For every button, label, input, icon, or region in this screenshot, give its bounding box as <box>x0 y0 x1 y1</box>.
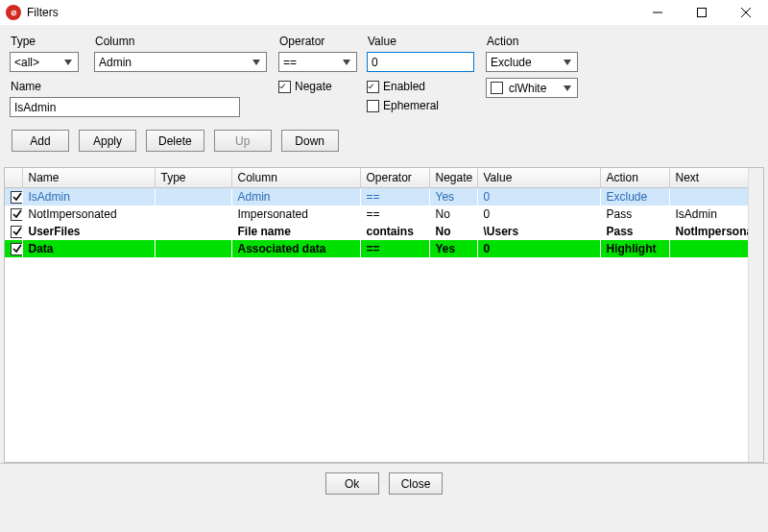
col-action[interactable]: Action <box>600 168 669 188</box>
apply-button[interactable]: Apply <box>79 130 136 152</box>
operator-select-value: == <box>283 56 297 69</box>
row-checkbox[interactable] <box>11 226 22 238</box>
chevron-down-icon <box>60 53 76 71</box>
col-column[interactable]: Column <box>231 168 360 188</box>
value-label: Value <box>368 35 486 48</box>
add-button[interactable]: Add <box>12 130 69 152</box>
column-select-value: Admin <box>99 56 132 69</box>
col-negate[interactable]: Negate <box>429 168 477 188</box>
row-checkbox[interactable] <box>11 243 22 255</box>
color-swatch <box>491 82 503 94</box>
close-dialog-button[interactable]: Close <box>389 472 444 495</box>
dialog-buttons: Ok Close <box>0 463 768 503</box>
action-label: Action <box>487 35 591 48</box>
name-label: Name <box>11 80 278 93</box>
ok-button[interactable]: Ok <box>325 472 379 495</box>
name-input[interactable]: IsAdmin <box>10 97 240 117</box>
svg-line-2 <box>741 8 751 17</box>
minimize-button[interactable] <box>636 0 680 25</box>
column-label: Column <box>95 35 278 48</box>
col-type[interactable]: Type <box>155 168 231 188</box>
close-button[interactable] <box>724 0 768 25</box>
color-select-value: clWhite <box>509 82 546 95</box>
table-header-row: Name Type Column Operator Negate Value A… <box>5 168 763 188</box>
type-select[interactable]: <all> <box>10 52 79 72</box>
col-name[interactable]: Name <box>22 168 155 188</box>
table-row[interactable]: IsAdminAdmin==Yes0Exclude <box>5 188 763 206</box>
svg-rect-1 <box>698 9 707 17</box>
svg-line-3 <box>741 8 751 17</box>
chevron-down-icon <box>339 53 354 71</box>
ephemeral-checkbox[interactable]: Ephemeral <box>367 99 486 112</box>
maximize-button[interactable] <box>680 0 724 25</box>
col-operator[interactable]: Operator <box>360 168 429 188</box>
filters-table[interactable]: Name Type Column Operator Negate Value A… <box>4 167 764 463</box>
table-row[interactable]: UserFilesFile namecontainsNo\UsersPassNo… <box>5 223 763 240</box>
value-input-text: 0 <box>372 56 378 69</box>
window-title: Filters <box>27 6 59 19</box>
operator-label: Operator <box>279 35 367 48</box>
type-label: Type <box>11 35 94 48</box>
type-select-value: <all> <box>14 56 39 69</box>
down-button[interactable]: Down <box>281 130 339 152</box>
color-select[interactable]: clWhite <box>486 78 578 98</box>
row-checkbox[interactable] <box>11 191 22 204</box>
action-select[interactable]: Exclude <box>486 52 578 72</box>
up-button[interactable]: Up <box>214 130 272 152</box>
value-input[interactable]: 0 <box>367 52 474 72</box>
app-icon: ⊘ <box>6 5 21 20</box>
negate-checkbox-label: Negate <box>295 80 332 93</box>
name-input-text: IsAdmin <box>14 101 56 114</box>
negate-checkbox[interactable]: Negate <box>278 80 367 93</box>
table-row[interactable]: DataAssociated data==Yes0Highlight <box>5 240 763 257</box>
checkbox-icon <box>367 81 379 93</box>
column-select[interactable]: Admin <box>94 52 267 72</box>
operator-select[interactable]: == <box>278 52 357 72</box>
chevron-down-icon <box>249 53 264 71</box>
action-select-value: Exclude <box>491 56 532 69</box>
delete-button[interactable]: Delete <box>146 130 204 152</box>
table-row[interactable]: NotImpersonatedImpersonated==No0PassIsAd… <box>5 206 763 223</box>
checkbox-icon <box>278 81 291 93</box>
chevron-down-icon <box>560 53 575 71</box>
checkbox-icon <box>367 100 379 112</box>
vertical-scrollbar[interactable] <box>748 168 763 462</box>
row-checkbox[interactable] <box>11 208 22 221</box>
enabled-checkbox[interactable]: Enabled <box>367 80 486 93</box>
filter-editor-form: Type Column Operator Value Action <all> … <box>0 25 768 161</box>
titlebar: ⊘ Filters <box>0 0 768 25</box>
ephemeral-checkbox-label: Ephemeral <box>383 99 439 112</box>
chevron-down-icon <box>560 79 575 97</box>
col-value[interactable]: Value <box>477 168 600 188</box>
enabled-checkbox-label: Enabled <box>383 80 425 93</box>
